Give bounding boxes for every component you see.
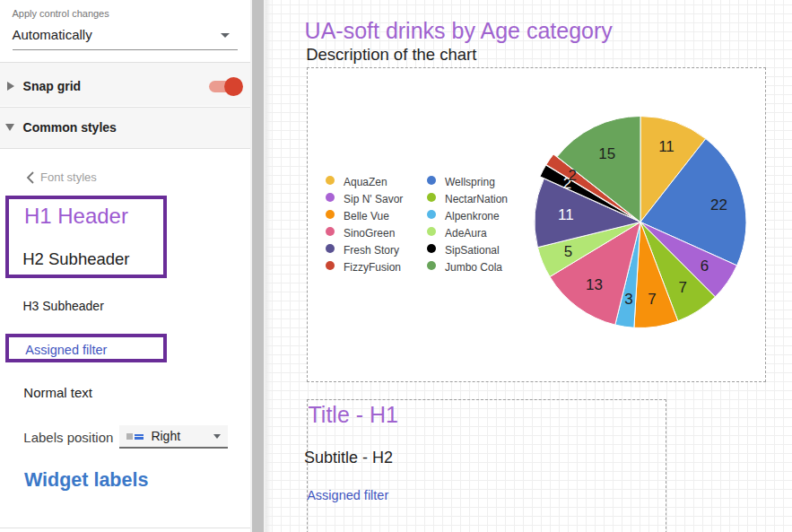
svg-text:2: 2 <box>569 166 577 183</box>
svg-text:3: 3 <box>624 291 632 308</box>
svg-text:15: 15 <box>598 144 615 161</box>
svg-text:11: 11 <box>658 137 675 154</box>
svg-text:7: 7 <box>648 291 656 308</box>
svg-text:22: 22 <box>710 196 727 213</box>
svg-text:11: 11 <box>558 206 574 223</box>
svg-text:5: 5 <box>564 243 572 260</box>
svg-text:6: 6 <box>701 257 709 275</box>
svg-text:13: 13 <box>586 276 603 293</box>
svg-text:7: 7 <box>678 279 686 296</box>
